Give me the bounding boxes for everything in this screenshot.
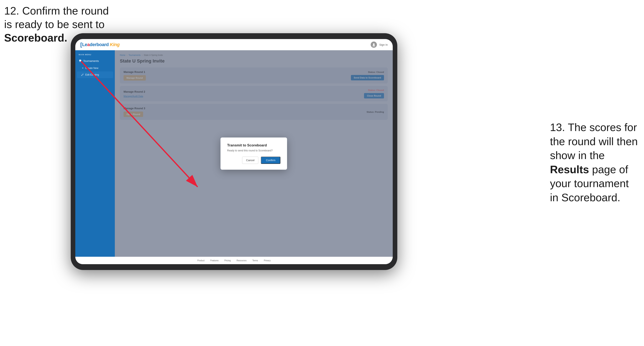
modal-overlay: Transmit to Scoreboard Ready to send thi… (115, 50, 393, 257)
annotation-line5: your tournament (550, 177, 629, 189)
logo-king: King (110, 42, 120, 47)
annotation-line2: the round will then (550, 135, 638, 148)
top-nav: [ Leaderboard King Sign In (75, 39, 393, 50)
tablet-screen: [ Leaderboard King Sign In MAIN MENU (75, 39, 393, 264)
edit-icon (81, 74, 84, 76)
footer-resources[interactable]: Resources (236, 259, 246, 262)
create-new-label: Create New (85, 67, 98, 70)
sign-in-button[interactable]: Sign In (380, 43, 388, 46)
modal-box: Transmit to Scoreboard Ready to send thi… (220, 138, 287, 170)
sidebar-edit-existing[interactable]: Edit Existing (77, 71, 113, 78)
footer-product[interactable]: Product (198, 259, 204, 262)
footer-features[interactable]: Features (210, 259, 218, 262)
sidebar-item-tournaments[interactable]: Tournaments (75, 57, 115, 65)
main-layout: MAIN MENU Tournaments + Create New Edit … (75, 50, 393, 257)
footer-pricing[interactable]: Pricing (224, 259, 231, 262)
plus-icon: + (82, 66, 84, 70)
nav-right: Sign In (371, 41, 388, 48)
footer-terms[interactable]: Terms (252, 259, 258, 262)
sidebar: MAIN MENU Tournaments + Create New Edit … (75, 50, 115, 257)
annotation-results-bold: Results (550, 164, 589, 175)
annotation-line6: in Scoreboard. (550, 191, 620, 203)
content-area: Home › Tournaments › State U Spring Invi… (115, 50, 393, 257)
modal-confirm-button[interactable]: Confirm (261, 157, 280, 164)
footer: Product Features Pricing Resources Terms… (75, 257, 393, 264)
user-avatar (371, 41, 377, 48)
edit-existing-label: Edit Existing (85, 73, 99, 76)
tablet-frame: [ Leaderboard King Sign In MAIN MENU (71, 33, 397, 270)
sidebar-create-new[interactable]: + Create New (75, 65, 115, 71)
annotation-line1: 13. The scores for (550, 121, 637, 133)
modal-subtitle: Ready to send this round to Scoreboard? (227, 149, 280, 152)
footer-privacy[interactable]: Privacy (264, 259, 270, 262)
annotation-page-rest: page of (589, 164, 628, 175)
annotation-step-13: 13. The scores for the round will then s… (550, 121, 638, 205)
svg-point-2 (373, 43, 375, 45)
svg-point-3 (372, 45, 375, 46)
modal-actions: Cancel Confirm (227, 157, 280, 164)
trophy-icon (79, 60, 82, 62)
annotation-step-12: 12. Confirm the round is ready to be sen… (4, 4, 109, 45)
sidebar-tournaments-label: Tournaments (83, 59, 99, 62)
sidebar-section-label: MAIN MENU (75, 54, 115, 57)
modal-title: Transmit to Scoreboard (227, 143, 280, 148)
modal-cancel-button[interactable]: Cancel (242, 157, 258, 164)
annotation-line3: show in the (550, 149, 605, 161)
